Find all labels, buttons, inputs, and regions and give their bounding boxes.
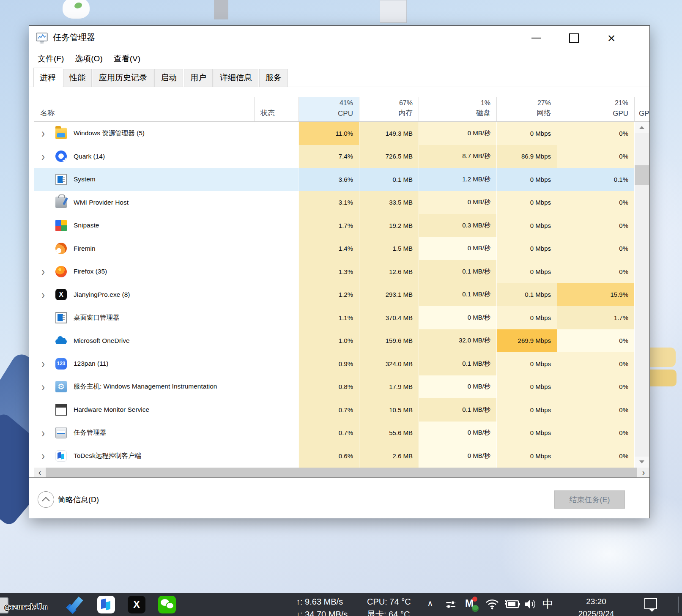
minimize-button[interactable] <box>523 28 549 48</box>
process-name-cell[interactable]: Firemin <box>34 237 254 260</box>
column-header-name[interactable]: 名称 <box>34 97 254 121</box>
expand-chevron-icon[interactable]: › <box>37 265 49 278</box>
volume-icon[interactable] <box>523 598 538 611</box>
process-name-cell[interactable]: › Windows 资源管理器 (5) <box>34 122 254 145</box>
process-name-cell[interactable]: › 123 123pan (11) <box>34 352 254 375</box>
tab-details[interactable]: 详细信息 <box>214 69 258 87</box>
column-header-gpu-engine-partial[interactable]: GP <box>634 97 649 122</box>
tab-startup[interactable]: 启动 <box>154 69 183 87</box>
gpu-value: 0% <box>557 191 634 214</box>
process-name-cell[interactable]: › Firefox (35) <box>34 260 254 283</box>
column-header-cpu[interactable]: 41%CPU <box>299 97 359 121</box>
cleaner-tray-icon[interactable]: M <box>465 597 474 609</box>
table-row[interactable]: › ToDesk远程控制客户端 0.6% 2.6 MB 0 MB/秒 0 Mbp… <box>34 444 634 468</box>
tray-expand-chevron-icon[interactable]: ∧ <box>427 598 433 608</box>
temperature-indicator[interactable]: CPU: 74 °C 显卡: 64 °C <box>367 595 411 616</box>
vertical-scrollbar[interactable] <box>635 122 649 468</box>
process-name-cell[interactable]: › ⚙ 服务主机: Windows Management Instrumenta… <box>34 375 254 399</box>
wallpaper-shape <box>63 0 90 19</box>
menu-options[interactable]: 选项(O) <box>71 52 107 66</box>
table-row[interactable]: Microsoft OneDrive 1.0% 159.6 MB 32.0 MB… <box>34 329 634 353</box>
process-status <box>254 375 299 399</box>
tab-app-history[interactable]: 应用历史记录 <box>93 69 153 87</box>
title-bar[interactable]: 任务管理器 × <box>29 26 649 50</box>
process-name-cell[interactable]: 桌面窗口管理器 <box>34 306 254 329</box>
process-status <box>254 422 299 445</box>
taskbar-todesk-icon[interactable] <box>97 596 115 613</box>
ime-language-indicator[interactable]: 中 <box>542 597 553 611</box>
vertical-scrollbar-thumb[interactable] <box>635 165 649 185</box>
notification-dot <box>472 597 477 602</box>
menu-file[interactable]: 文件(F) <box>33 52 68 66</box>
fewer-details-label[interactable]: 简略信息(D) <box>58 495 99 505</box>
process-name-cell[interactable]: › X JianyingPro.exe (8) <box>34 283 254 307</box>
process-name-cell[interactable]: Hardware Monitor Service <box>34 398 254 422</box>
expand-chevron-icon[interactable]: › <box>37 357 49 370</box>
horizontal-scrollbar-thumb[interactable] <box>46 468 637 477</box>
cpu-value: 1.3% <box>299 260 359 283</box>
tab-processes[interactable]: 进程 <box>33 68 62 87</box>
cpu-value: 3.1% <box>299 191 359 214</box>
process-name-cell[interactable]: Microsoft OneDrive <box>34 329 254 353</box>
table-row[interactable]: › Quark (14) 7.4% 726.5 MB 8.7 MB/秒 86.9… <box>34 145 634 168</box>
action-center-icon[interactable] <box>644 598 657 609</box>
process-name-cell[interactable]: › Quark (14) <box>34 145 254 168</box>
process-name-cell[interactable]: › ToDesk远程控制客户端 <box>34 444 254 468</box>
taskbar-wechat-icon[interactable] <box>158 596 176 613</box>
taskbar-capcut-icon[interactable]: X <box>128 596 145 613</box>
table-row[interactable]: System 3.6% 0.1 MB 1.2 MB/秒 0 Mbps 0.1% <box>34 168 634 191</box>
process-name-cell[interactable]: › 任务管理器 <box>34 422 254 445</box>
expand-chevron-icon[interactable]: › <box>37 288 49 301</box>
expand-chevron-icon[interactable]: › <box>37 127 49 140</box>
tab-services[interactable]: 服务 <box>259 69 288 87</box>
column-header-memory[interactable]: 67%内存 <box>359 97 419 121</box>
tab-users[interactable]: 用户 <box>184 69 213 87</box>
taskbar-clock[interactable]: 23:20 2025/9/24 <box>570 595 622 616</box>
taskbar-bluecheck-app-icon[interactable] <box>67 596 85 613</box>
process-name-cell[interactable]: Snipaste <box>34 214 254 237</box>
scroll-left-arrow-icon[interactable]: ‹ <box>34 468 45 477</box>
table-row[interactable]: WMI Provider Host 3.1% 33.5 MB 0 MB/秒 0 … <box>34 191 634 214</box>
network-value: 0 Mbps <box>496 237 557 260</box>
column-header-network[interactable]: 27%网络 <box>496 97 557 121</box>
table-row[interactable]: › 任务管理器 0.7% 55.6 MB 0 MB/秒 0 Mbps 0% <box>34 422 634 445</box>
expand-chevron-icon[interactable]: › <box>37 449 49 462</box>
fewer-details-toggle[interactable] <box>38 491 54 508</box>
table-row[interactable]: › ⚙ 服务主机: Windows Management Instrumenta… <box>34 375 634 399</box>
scroll-up-arrow-icon[interactable] <box>635 122 649 133</box>
close-button[interactable]: × <box>598 28 624 48</box>
process-name-cell[interactable]: System <box>34 168 254 191</box>
table-row[interactable]: Snipaste 1.7% 19.2 MB 0.3 MB/秒 0 Mbps 0% <box>34 214 634 237</box>
tab-performance[interactable]: 性能 <box>63 69 92 87</box>
column-header-status[interactable]: 状态 <box>254 97 299 121</box>
end-task-button[interactable]: 结束任务(E) <box>554 490 625 509</box>
gpu-value: 0% <box>557 214 634 237</box>
show-desktop-button[interactable] <box>678 597 679 613</box>
process-name-cell[interactable]: WMI Provider Host <box>34 191 254 214</box>
table-row[interactable]: › X JianyingPro.exe (8) 1.2% 293.1 MB 0.… <box>34 283 634 307</box>
memory-value: 159.6 MB <box>359 329 419 353</box>
table-row[interactable]: 桌面窗口管理器 1.1% 370.4 MB 0 MB/秒 0 Mbps 1.7% <box>34 306 634 329</box>
volume-mixer-icon[interactable] <box>445 599 457 611</box>
table-row[interactable]: Hardware Monitor Service 0.7% 10.5 MB 0.… <box>34 398 634 422</box>
wifi-icon[interactable] <box>485 598 499 610</box>
expand-chevron-icon[interactable]: › <box>37 381 49 393</box>
expand-chevron-icon[interactable]: › <box>37 150 49 163</box>
column-header-disk[interactable]: 1%磁盘 <box>419 97 496 121</box>
horizontal-scrollbar[interactable]: ‹ › <box>34 468 649 477</box>
maximize-button[interactable] <box>561 28 587 48</box>
gpu-value: 0% <box>557 444 634 468</box>
expand-chevron-icon[interactable]: › <box>37 427 49 439</box>
menu-view[interactable]: 查看(V) <box>110 52 145 66</box>
table-row[interactable]: › Windows 资源管理器 (5) 11.0% 149.3 MB 0 MB/… <box>34 122 634 145</box>
gpu-value: 0% <box>557 375 634 399</box>
process-status <box>254 214 299 237</box>
table-row[interactable]: › Firefox (35) 1.3% 12.6 MB 0.1 MB/秒 0 M… <box>34 260 634 283</box>
scroll-right-arrow-icon[interactable]: › <box>638 468 649 477</box>
column-header-gpu[interactable]: 21%GPU <box>557 97 634 121</box>
table-row[interactable]: Firemin 1.4% 1.5 MB 0 MB/秒 0 Mbps 0% <box>34 237 634 260</box>
scroll-down-arrow-icon[interactable] <box>635 457 649 468</box>
battery-charging-icon[interactable] <box>504 599 521 609</box>
table-row[interactable]: › 123 123pan (11) 0.9% 324.0 MB 0.1 MB/秒… <box>34 352 634 375</box>
network-speed-indicator[interactable]: ↑: 9.63 MB/s ↓: 34.70 MB/s <box>296 595 348 616</box>
